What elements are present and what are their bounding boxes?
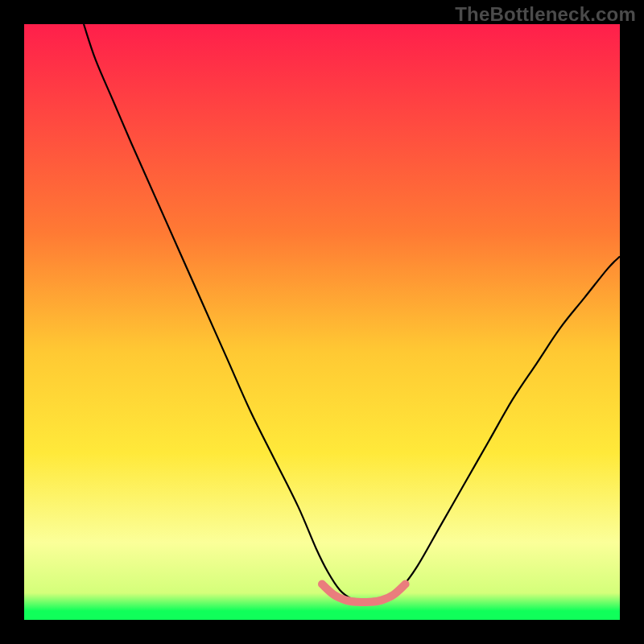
bottleneck-chart: [24, 24, 620, 620]
chart-frame: TheBottleneck.com: [0, 0, 644, 644]
plot-area: [24, 24, 620, 620]
gradient-background: [24, 24, 620, 620]
watermark-text: TheBottleneck.com: [455, 3, 636, 26]
